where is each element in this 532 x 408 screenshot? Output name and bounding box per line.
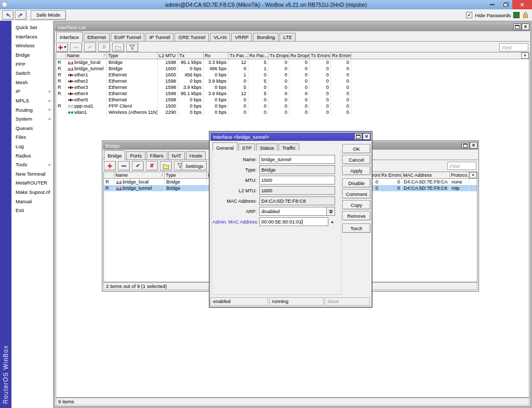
- toolbar-filter-button[interactable]: [126, 43, 138, 52]
- column-header-tx[interactable]: Tx: [178, 52, 204, 59]
- interface-list-maximize-button[interactable]: [513, 23, 521, 30]
- interface-list-tab-ip-tunnel[interactable]: IP Tunnel: [145, 33, 174, 41]
- dialog-apply-button[interactable]: Apply: [342, 166, 370, 175]
- column-header-rx-errors[interactable]: Rx Errors: [380, 172, 402, 179]
- bridge-settings-button[interactable]: Settings: [182, 161, 207, 170]
- column-header-name[interactable]: Name/: [66, 52, 107, 59]
- interface-list-tab-gre-tunnel[interactable]: GRE Tunnel: [175, 33, 209, 41]
- column-header-tx-errors[interactable]: Tx Errors: [310, 52, 331, 59]
- sidebar-item-routing[interactable]: Routing▶: [11, 105, 53, 114]
- toolbar-add-button[interactable]: [104, 161, 116, 170]
- column-header-type[interactable]: Type: [107, 52, 158, 59]
- bridge-maximize-button[interactable]: [461, 142, 469, 149]
- bridge-tab-nat[interactable]: NAT: [168, 151, 185, 160]
- interface-list-close-button[interactable]: ×: [522, 23, 529, 30]
- dialog-disable-button[interactable]: Disable: [342, 178, 370, 188]
- sidebar-item-exit[interactable]: Exit: [11, 206, 53, 215]
- toolbar-remove-button[interactable]: [118, 161, 130, 170]
- table-row-ether4[interactable]: Rether4Ethernet159895.1 kbps3.9 kbps1250…: [56, 90, 529, 97]
- dialog-torch-button[interactable]: Torch: [342, 223, 370, 233]
- sidebar-item-queues[interactable]: Queues: [11, 124, 53, 133]
- redo-button[interactable]: [15, 10, 26, 20]
- table-row-bridge-local[interactable]: Rbridge_localBridge159895.1 kbps3.3 kbps…: [56, 59, 529, 65]
- column-header-mac-address[interactable]: MAC Address: [402, 172, 450, 179]
- interface-list-tab-vrrp[interactable]: VRRP: [231, 33, 252, 41]
- dialog-maximize-button[interactable]: [354, 133, 362, 140]
- dialog-remove-button[interactable]: Remove: [342, 211, 370, 220]
- minimize-button[interactable]: [485, 0, 499, 9]
- sidebar-item-manual[interactable]: Manual: [11, 196, 53, 206]
- interface-list-tab-eoip-tunnel[interactable]: EoIP Tunnel: [111, 33, 145, 41]
- column-header-rx-pac[interactable]: Rx Pac...: [248, 52, 269, 59]
- bridge-tab-bridge[interactable]: Bridge: [104, 150, 125, 160]
- dialog-ok-button[interactable]: OK: [342, 144, 370, 153]
- column-header-type[interactable]: Type: [165, 172, 207, 179]
- toolbar-disable-button[interactable]: ✘: [98, 43, 110, 52]
- column-header-tx-drops[interactable]: Tx Drops: [269, 52, 289, 59]
- bridge-find-input[interactable]: [447, 162, 476, 170]
- toolbar-comment-button[interactable]: [160, 161, 172, 170]
- interface-list-tab-ethernet[interactable]: Ethernet: [84, 33, 110, 41]
- interface-list-find-input[interactable]: [499, 43, 528, 51]
- column-header-rx-drops[interactable]: Rx Drops: [289, 52, 310, 59]
- table-row-wlan1[interactable]: wlan1Wireless (Atheros 11N)22900 bps0 bp…: [56, 109, 529, 115]
- column-header-state[interactable]: [104, 172, 114, 179]
- sidebar-item-interfaces[interactable]: Interfaces: [11, 32, 53, 42]
- toolbar-enable-button[interactable]: ✔: [84, 43, 96, 52]
- table-row-ppp-out1[interactable]: Rppp-out1PPP Client15000 bps0 bps000000: [56, 103, 529, 109]
- bridge-close-button[interactable]: ×: [470, 142, 477, 149]
- interface-list-tab-bonding[interactable]: Bonding: [253, 33, 278, 41]
- dialog-copy-button[interactable]: Copy: [342, 200, 370, 209]
- dialog-comment-button[interactable]: Comment: [342, 189, 370, 199]
- sidebar-item-switch[interactable]: Switch: [11, 69, 53, 78]
- toolbar-disable-button[interactable]: ✘: [146, 161, 158, 170]
- bridge-tab-hosts[interactable]: Hosts: [186, 151, 206, 160]
- field-mtu[interactable]: 1500: [259, 176, 335, 185]
- column-header-rx[interactable]: Rx: [204, 52, 229, 59]
- sidebar-item-quick-set[interactable]: Quick Set: [11, 23, 53, 32]
- column-header-tx-pac[interactable]: Tx Pac...: [229, 52, 248, 59]
- hide-passwords-checkbox[interactable]: ✓: [466, 12, 472, 18]
- field-name[interactable]: bridge_tunnel: [259, 155, 335, 164]
- safe-mode-button[interactable]: Safe Mode: [31, 10, 66, 20]
- table-row-ether2[interactable]: Rether2Ethernet15980 bps3.9 kbps050000: [56, 78, 529, 84]
- interface-list-tab-lte[interactable]: LTE: [280, 33, 296, 41]
- bridge-tab-ports[interactable]: Ports: [126, 151, 145, 160]
- sidebar-item-ip[interactable]: IP▶: [11, 87, 53, 96]
- column-header-protoco[interactable]: Protoco...: [450, 172, 469, 179]
- close-button[interactable]: ✕: [512, 0, 532, 9]
- sidebar-item-tools[interactable]: Tools▶: [11, 160, 53, 169]
- sidebar-item-mesh[interactable]: Mesh: [11, 78, 53, 87]
- sidebar-item-bridge[interactable]: Bridge: [11, 50, 53, 60]
- sidebar-item-radius[interactable]: Radius: [11, 151, 53, 160]
- sidebar-item-system[interactable]: System▶: [11, 114, 53, 124]
- field-arp[interactable]: disabled: [259, 207, 327, 216]
- arp-dropdown-button[interactable]: [327, 207, 335, 216]
- column-select-button[interactable]: ▼: [469, 172, 477, 178]
- column-header-state[interactable]: [56, 52, 66, 59]
- table-row-ether1[interactable]: Rether1Ethernet1600456 bps0 bps100000: [56, 72, 529, 78]
- sidebar-item-log[interactable]: Log: [11, 142, 53, 151]
- dialog-cancel-button[interactable]: Cancel: [342, 155, 370, 164]
- sidebar-item-make-supout-rif[interactable]: Make Supout.rif: [11, 188, 53, 197]
- sidebar-item-mpls[interactable]: MPLS▶: [11, 96, 53, 106]
- bridge-tab-filters[interactable]: Filters: [147, 151, 167, 160]
- table-row-bridge-tunnel[interactable]: Rbridge_tunnelBridge16000 bps496 bps0100…: [56, 65, 529, 72]
- undo-button[interactable]: [2, 10, 14, 20]
- sidebar-item-wireless[interactable]: Wireless: [11, 41, 53, 50]
- field-admin-mac-address[interactable]: 00:00:5E:80:01:01: [259, 217, 328, 226]
- toolbar-remove-button[interactable]: [70, 43, 82, 52]
- column-header-rx-errors[interactable]: Rx Errors: [331, 52, 351, 59]
- sidebar-item-metarouter[interactable]: MetaROUTER: [11, 178, 53, 188]
- table-row-ether3[interactable]: Rether3Ethernet15983.9 kbps0 bps500000: [56, 84, 529, 90]
- restore-button[interactable]: [499, 0, 512, 9]
- column-select-button[interactable]: ▼: [521, 52, 529, 59]
- interface-list-tab-vlan[interactable]: VLAN: [210, 33, 230, 41]
- table-row-ether5[interactable]: ether5Ethernet15980 bps0 bps000000: [56, 97, 529, 103]
- column-header-name[interactable]: Name/: [114, 172, 165, 179]
- dialog-close-button[interactable]: ×: [363, 133, 370, 140]
- column-header-l2-mtu[interactable]: L2 MTU: [158, 52, 178, 59]
- collapse-field-button[interactable]: ▲: [330, 220, 334, 223]
- toolbar-comment-button[interactable]: [112, 43, 124, 52]
- toolbar-enable-button[interactable]: ✔: [132, 161, 144, 170]
